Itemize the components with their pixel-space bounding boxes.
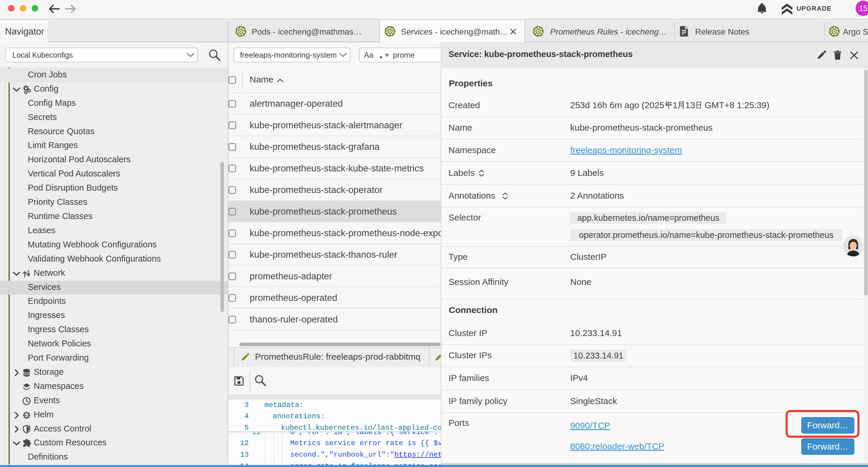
svg-text:HELM: HELM bbox=[24, 414, 29, 416]
